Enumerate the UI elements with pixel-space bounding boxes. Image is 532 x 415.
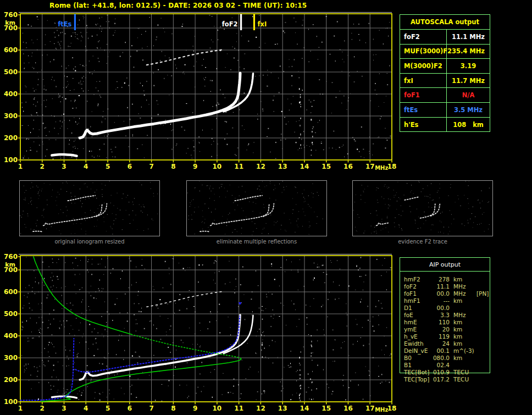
parameter-label: foF1 — [400, 88, 447, 102]
parameter-label: foF2 — [400, 30, 447, 44]
parameter-value: 3.19 — [447, 62, 490, 70]
svg-text:9: 9 — [193, 405, 197, 412]
aip-label: hmF1 — [404, 297, 420, 305]
svg-text:7: 7 — [149, 405, 153, 412]
svg-text:9: 9 — [193, 163, 197, 170]
aip-output-table: AIP output hmF2278kmfoF211.1MHzfoF100.0M… — [400, 257, 490, 373]
svg-text:12: 12 — [256, 405, 265, 412]
parameter-label: fxI — [400, 74, 447, 88]
svg-text:ftEs: ftEs — [58, 20, 71, 28]
parameter-value: N/A — [447, 91, 490, 99]
parameter-value: 11.7 MHz — [447, 77, 490, 85]
parameter-label: M(3000)F2 — [400, 59, 447, 73]
autoscala-row-muf3000f2: MUF(3000)F235.4 MHz — [400, 45, 490, 59]
aip-unit: km — [453, 276, 462, 283]
svg-text:2: 2 — [40, 163, 45, 170]
svg-text:300: 300 — [4, 354, 18, 362]
aip-row-fof1: foF100.0MHz[PN] — [400, 290, 491, 297]
svg-text:14: 14 — [300, 405, 309, 412]
autoscala-row-m3000f2: M(3000)F23.19 — [400, 59, 490, 74]
svg-text:500: 500 — [4, 310, 18, 318]
parameter-value: 35.4 MHz — [447, 47, 490, 55]
aip-value: 02.4 — [428, 362, 450, 369]
aip-unit: km — [453, 355, 462, 362]
profile-ionogram-chart: 123456789101112131415161718MHz1002003004… — [0, 242, 401, 415]
autoscala-table-title: AUTOSCALA output — [400, 15, 490, 30]
svg-text:200: 200 — [4, 134, 18, 142]
svg-text:600: 600 — [4, 288, 18, 296]
svg-text:foF2: foF2 — [222, 20, 238, 28]
svg-text:3: 3 — [62, 163, 66, 170]
aip-unit: MHz — [453, 283, 465, 290]
aip-row-hmf1: hmF1---km — [400, 297, 491, 305]
autoscala-row-fof1: foF1N/A — [400, 88, 490, 103]
parameter-label: MUF(3000)F2 — [400, 45, 447, 59]
aip-value: 00.0 — [428, 290, 450, 297]
svg-text:12: 12 — [256, 163, 265, 170]
aip-row-tectop: TEC[Top]017.2TECU — [400, 376, 491, 383]
autoscala-output-table: AUTOSCALA output foF211.1 MHzMUF(3000)F2… — [400, 14, 490, 132]
aip-unit: MHz — [453, 312, 465, 319]
aip-unit: km — [453, 333, 462, 340]
aip-value: 11.1 — [428, 283, 450, 290]
aip-value: 24 — [428, 340, 450, 347]
parameter-value: 108 km — [447, 121, 490, 129]
aip-row-tecbot: TEC[Bot]010.9TECU — [400, 369, 491, 376]
autoscala-row-fxi: fxI11.7 MHz — [400, 74, 490, 88]
svg-text:3: 3 — [62, 405, 66, 412]
svg-text:100: 100 — [4, 156, 18, 164]
svg-text:760: 760 — [4, 253, 18, 261]
aip-value: 20 — [428, 326, 450, 333]
svg-text:6: 6 — [128, 163, 132, 170]
svg-text:MHz: MHz — [375, 165, 388, 171]
svg-text:10: 10 — [213, 163, 222, 170]
autoscala-row-hes: h'Es108 km — [400, 118, 490, 132]
svg-text:16: 16 — [343, 163, 353, 170]
aip-row-b0: B0080.0km — [400, 355, 491, 362]
svg-text:5: 5 — [106, 163, 110, 170]
svg-text:16: 16 — [343, 405, 353, 412]
svg-text:km: km — [5, 261, 15, 268]
parameter-label: h'Es — [400, 118, 447, 132]
aip-label: ymE — [404, 326, 417, 333]
aip-unit: MHz — [453, 290, 465, 297]
aip-unit: km — [453, 319, 462, 326]
parameter-value: 11.1 MHz — [447, 33, 490, 41]
aip-table-title: AIP output — [400, 258, 490, 272]
aip-value: 00.0 — [428, 305, 450, 312]
aip-value: 110 — [428, 319, 450, 326]
svg-text:fxI: fxI — [257, 20, 267, 28]
aip-label: hmF2 — [404, 276, 420, 283]
aip-unit: km — [453, 340, 462, 347]
svg-text:11: 11 — [234, 405, 243, 412]
aip-row-d1: D100.0 — [400, 305, 491, 312]
aip-label: TEC[Top] — [404, 376, 429, 383]
svg-text:18: 18 — [387, 405, 397, 412]
scaled-ionogram-chart: 123456789101112131415161718MHz1002003004… — [0, 0, 401, 176]
svg-text:10: 10 — [213, 405, 222, 412]
aip-unit: m^(-3) — [453, 347, 474, 355]
aip-row-foe: foE3.3MHz — [400, 312, 491, 319]
svg-text:17: 17 — [365, 163, 375, 170]
aip-unit: TECU — [453, 369, 469, 376]
aip-value: 080.0 — [428, 355, 450, 362]
aip-value: 00.1 — [428, 347, 450, 355]
aip-label: Ewidth — [404, 340, 424, 347]
svg-text:1: 1 — [18, 163, 23, 170]
svg-text:14: 14 — [300, 163, 309, 170]
svg-text:100: 100 — [4, 398, 18, 406]
autoscala-row-fof2: foF211.1 MHz — [400, 30, 490, 45]
svg-text:4: 4 — [84, 163, 88, 170]
svg-text:5: 5 — [106, 405, 110, 412]
aip-label: foF1 — [404, 290, 417, 297]
aip-label: D1 — [404, 305, 412, 312]
svg-text:7: 7 — [149, 163, 153, 170]
svg-text:400: 400 — [4, 332, 18, 340]
parameter-value: 3.5 MHz — [447, 106, 490, 114]
aip-row-hmf2: hmF2278km — [400, 276, 491, 283]
aip-label: foF2 — [404, 283, 417, 290]
thumbnail-original-ionogram — [19, 180, 160, 236]
aip-row-yme: ymE20km — [400, 326, 491, 333]
aip-label: foE — [404, 312, 413, 319]
svg-text:8: 8 — [171, 405, 175, 412]
